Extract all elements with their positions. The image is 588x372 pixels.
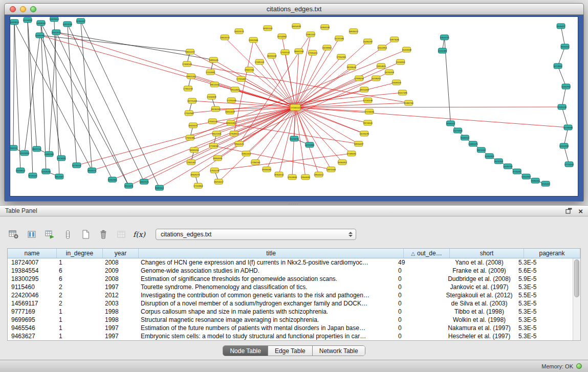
cell-year[interactable]: 2008 — [103, 258, 139, 267]
cell-year[interactable]: 2008 — [103, 275, 139, 283]
table-row[interactable]: 1830029562008Estimation of significance … — [8, 275, 573, 283]
cell-name[interactable]: 9699695 — [8, 316, 57, 324]
graph-edge[interactable] — [81, 21, 160, 188]
cell-in_degree[interactable]: 1 — [57, 308, 103, 316]
column-header-pagerank[interactable]: pagerank — [524, 249, 580, 258]
column-header-out_degree[interactable]: △out_de… — [404, 249, 450, 258]
table-row[interactable]: 1938455462009Genome-wide association stu… — [8, 267, 573, 275]
function-builder-button[interactable]: f(x) — [133, 228, 146, 240]
graph-edge[interactable] — [558, 47, 565, 66]
graph-edge[interactable] — [259, 62, 295, 107]
cell-out_degree[interactable]: 0 — [396, 299, 442, 308]
graph-edge[interactable] — [295, 107, 331, 169]
tab-edge-table[interactable]: Edge Table — [268, 346, 313, 356]
cell-title[interactable]: Corpus callosum shape and size in male p… — [139, 308, 396, 316]
table-row[interactable]: 1456911722003Disruption of a novel membe… — [8, 299, 573, 308]
table-row[interactable]: 946362711997Embryonic stem cells: a mode… — [8, 332, 573, 340]
cell-title[interactable]: Tourette syndrome. Phenomenology and cla… — [139, 283, 396, 291]
cell-short[interactable]: Stergiakouli et al. (2012) — [442, 291, 516, 299]
cell-short[interactable]: Jankovic et al. (1997) — [442, 283, 516, 291]
graph-edge[interactable] — [56, 32, 213, 60]
row-tools-button[interactable] — [61, 228, 74, 240]
graph-edge[interactable] — [40, 35, 190, 52]
zoom-window-button[interactable] — [30, 6, 36, 12]
graph-edge[interactable] — [25, 35, 40, 153]
graph-edge[interactable] — [295, 82, 397, 107]
cell-name[interactable]: 9463627 — [8, 332, 57, 340]
cell-year[interactable]: 1997 — [103, 324, 139, 332]
graph-edge[interactable] — [213, 146, 331, 169]
cell-out_degree[interactable]: 0 — [396, 283, 442, 291]
cell-in_degree[interactable]: 6 — [57, 275, 103, 283]
cell-pagerank[interactable]: 5.3E-5 — [516, 316, 573, 324]
show-columns-button[interactable] — [25, 228, 38, 240]
cell-name[interactable]: 14569117 — [8, 299, 57, 308]
cell-short[interactable]: Yano et al. (2008) — [442, 258, 516, 267]
cell-name[interactable]: 18300295 — [8, 275, 57, 283]
graph-edge[interactable] — [49, 32, 56, 154]
cell-in_degree[interactable]: 1 — [57, 324, 103, 332]
cell-in_degree[interactable]: 6 — [57, 267, 103, 275]
graph-edge[interactable] — [295, 107, 352, 154]
graph-edge[interactable] — [194, 107, 295, 150]
cell-out_degree[interactable]: 49 — [396, 258, 442, 267]
cell-in_degree[interactable]: 1 — [57, 258, 103, 267]
cell-out_degree[interactable]: 0 — [396, 291, 442, 299]
graph-edge[interactable] — [191, 72, 389, 162]
cell-short[interactable]: de Silva et al. (2003) — [442, 299, 516, 308]
graph-edge[interactable] — [295, 78, 359, 107]
cell-out_degree[interactable]: 0 — [396, 324, 442, 332]
cell-name[interactable]: 22420046 — [8, 291, 57, 299]
tab-network-table[interactable]: Network Table — [313, 346, 365, 356]
cell-out_degree[interactable]: 0 — [396, 332, 442, 340]
graph-edge[interactable] — [54, 19, 59, 177]
cell-year[interactable]: 1998 — [103, 308, 139, 316]
graph-edge[interactable] — [190, 50, 406, 138]
cell-out_degree[interactable]: 0 — [396, 275, 442, 283]
graph-edge[interactable] — [561, 26, 565, 47]
cell-title[interactable]: Genome-wide association studies in ADHD. — [139, 267, 396, 275]
cell-year[interactable]: 1998 — [103, 316, 139, 324]
cell-title[interactable]: Estimation of significance thresholds fo… — [139, 275, 396, 283]
cell-title[interactable]: Changes of HCN gene expression and I(f) … — [139, 258, 396, 267]
cell-pagerank[interactable]: 5.6E-5 — [516, 267, 573, 275]
vertical-scrollbar[interactable] — [573, 258, 580, 340]
cell-name[interactable]: 9777169 — [8, 308, 57, 316]
cell-short[interactable]: Tibbo et al. (1998) — [442, 308, 516, 316]
tab-node-table[interactable]: Node Table — [223, 346, 268, 356]
cell-short[interactable]: Hescheler et al. (1997) — [442, 332, 516, 340]
cell-in_degree[interactable]: 2 — [57, 299, 103, 308]
cell-title[interactable]: Investigating the contribution of common… — [139, 291, 396, 299]
cell-pagerank[interactable]: 5.3E-5 — [516, 324, 573, 332]
cell-pagerank[interactable]: 5.3E-5 — [516, 308, 573, 316]
graph-edge[interactable] — [41, 23, 61, 158]
graph-edge[interactable] — [41, 23, 46, 171]
cell-pagerank[interactable]: 5.5E-5 — [516, 291, 573, 299]
graph-edge[interactable] — [295, 107, 562, 107]
graph-edge[interactable] — [295, 67, 352, 107]
cell-year[interactable]: 1997 — [103, 283, 139, 291]
cell-pagerank[interactable]: 5.3E-5 — [516, 332, 573, 340]
graph-edge[interactable] — [56, 32, 295, 107]
cell-name[interactable]: 18724007 — [8, 258, 57, 267]
table-row[interactable]: 969969511998Structural magnetic resonanc… — [8, 316, 573, 324]
cell-name[interactable]: 9115460 — [8, 283, 57, 291]
cell-name[interactable]: 19384554 — [8, 267, 57, 275]
graph-edge[interactable] — [295, 103, 409, 107]
graph-edge[interactable] — [13, 22, 14, 148]
cell-name[interactable]: 9465546 — [8, 324, 57, 332]
cell-pagerank[interactable]: 5.3E-5 — [516, 283, 573, 291]
cell-year[interactable]: 2012 — [103, 291, 139, 299]
scrollbar-thumb[interactable] — [574, 259, 579, 297]
window-titlebar[interactable]: citations_edges.txt — [5, 4, 583, 15]
cell-in_degree[interactable]: 2 — [57, 283, 103, 291]
delete-table-button[interactable] — [97, 228, 110, 240]
cell-pagerank[interactable]: 5.3E-5 — [516, 258, 573, 267]
cell-title[interactable]: Estimation of the future numbers of pati… — [139, 324, 396, 332]
cell-year[interactable]: 2003 — [103, 299, 139, 308]
table-row[interactable]: 1872400712008Changes of HCN gene express… — [8, 258, 573, 267]
cell-year[interactable]: 1997 — [103, 332, 139, 340]
table-row[interactable]: 2242004622012Investigating the contribut… — [8, 291, 573, 299]
cell-in_degree[interactable]: 2 — [57, 291, 103, 299]
new-table-button[interactable] — [79, 228, 92, 240]
